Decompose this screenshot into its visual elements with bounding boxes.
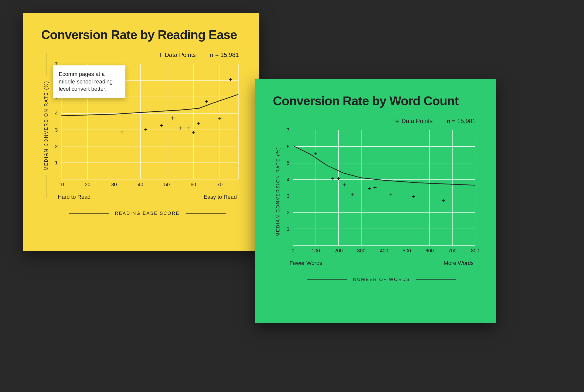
x-high-label: More Words (444, 260, 474, 266)
svg-text:6: 6 (287, 144, 289, 149)
svg-text:50: 50 (164, 182, 170, 187)
y-axis-label: MEDIAN CONVERSION RATE (%) (275, 120, 281, 264)
y-axis-label: MEDIAN CONVERSION RATE (%) (44, 53, 49, 198)
svg-text:+: + (171, 115, 174, 121)
svg-text:+: + (205, 98, 208, 105)
svg-text:+: + (186, 125, 190, 131)
svg-text:30: 30 (111, 182, 117, 187)
svg-text:+: + (144, 126, 148, 133)
legend-data-points: + Data Points (158, 51, 196, 58)
svg-text:60: 60 (191, 182, 196, 187)
svg-text:+: + (337, 175, 340, 182)
x-axis-title: NUMBER OF WORDS (288, 277, 475, 282)
chart-title: Conversion Rate by Word Count (273, 94, 478, 108)
svg-text:4: 4 (55, 111, 58, 116)
plus-icon: + (158, 52, 162, 58)
x-high-label: Easy to Read (204, 194, 237, 200)
svg-text:+: + (331, 175, 335, 182)
chart-title: Conversion Rate by Reading Ease (41, 28, 241, 42)
svg-text:0: 0 (291, 248, 294, 253)
svg-text:+: + (314, 150, 318, 157)
legend-label: Data Points (401, 118, 432, 125)
svg-text:+: + (412, 193, 415, 200)
svg-text:500: 500 (403, 248, 411, 253)
x-low-label: Fewer Words (289, 260, 322, 266)
svg-text:3: 3 (55, 127, 58, 133)
svg-text:40: 40 (138, 182, 143, 187)
svg-text:3: 3 (287, 193, 289, 199)
chart-plot-area: 123456710203040506070+++++++++++ Ecomm p… (51, 61, 241, 189)
svg-text:400: 400 (380, 248, 388, 253)
x-axis-title: READING EASE SCORE (56, 211, 238, 216)
scatter-plot: 12345670100200300400500600700800++++++++… (283, 128, 478, 255)
x-low-label: Hard to Read (58, 194, 91, 200)
svg-text:+: + (389, 191, 393, 198)
svg-text:70: 70 (217, 182, 223, 187)
svg-text:5: 5 (287, 160, 289, 166)
svg-text:+: + (160, 122, 163, 129)
plus-icon: + (395, 118, 399, 124)
sample-size: n = 15,981 (210, 51, 239, 58)
svg-text:2: 2 (287, 210, 289, 215)
chart-legend: + Data Points n = 15,981 (41, 51, 241, 58)
svg-text:+: + (120, 129, 124, 135)
x-axis-description: Hard to Read Easy to Read (56, 194, 238, 200)
svg-text:+: + (368, 185, 371, 192)
svg-text:4: 4 (287, 177, 289, 182)
svg-text:700: 700 (448, 248, 457, 253)
chart-card-reading-ease: Conversion Rate by Reading Ease + Data P… (23, 13, 259, 251)
svg-text:+: + (218, 115, 222, 122)
svg-text:+: + (197, 120, 200, 127)
svg-text:7: 7 (287, 127, 289, 133)
svg-text:+: + (178, 125, 182, 131)
x-axis-description: Fewer Words More Words (288, 260, 475, 266)
svg-text:800: 800 (471, 248, 479, 253)
svg-text:10: 10 (58, 182, 64, 187)
svg-text:+: + (229, 76, 232, 83)
legend-label: Data Points (165, 51, 196, 58)
sample-size: n = 15,981 (447, 118, 476, 125)
svg-text:200: 200 (334, 248, 343, 253)
chart-card-word-count: Conversion Rate by Word Count + Data Poi… (255, 79, 496, 323)
svg-text:+: + (192, 129, 195, 136)
svg-text:+: + (442, 197, 445, 204)
svg-text:20: 20 (85, 182, 90, 187)
svg-text:1: 1 (55, 160, 58, 165)
svg-text:+: + (350, 191, 354, 198)
svg-text:1: 1 (287, 226, 289, 232)
svg-text:+: + (373, 184, 377, 191)
svg-text:600: 600 (425, 248, 434, 253)
svg-text:+: + (342, 181, 346, 188)
svg-text:100: 100 (312, 248, 320, 253)
svg-text:2: 2 (55, 144, 58, 149)
chart-legend: + Data Points n = 15,981 (273, 118, 478, 125)
legend-data-points: + Data Points (395, 118, 432, 125)
callout-annotation: Ecomm pages at a middle-school reading l… (53, 65, 125, 98)
svg-text:300: 300 (357, 248, 366, 253)
chart-plot-area: 12345670100200300400500600700800++++++++… (283, 128, 478, 255)
